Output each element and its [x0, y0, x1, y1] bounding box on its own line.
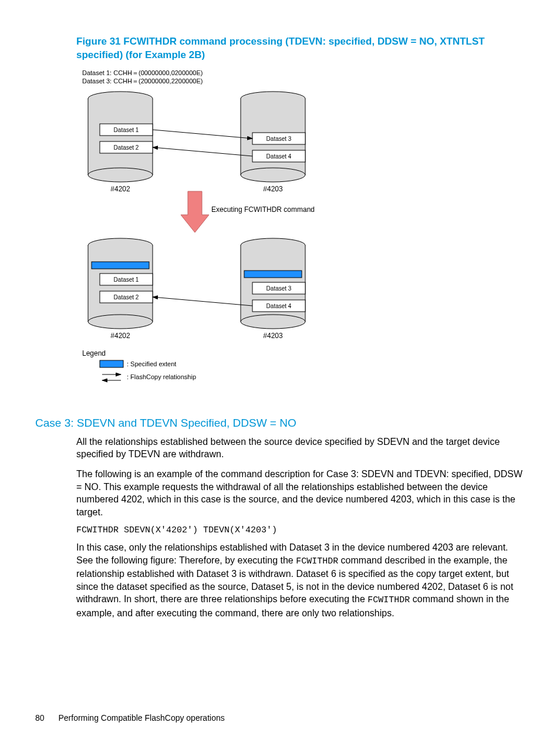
- legend-extent-label: : Specified extent: [127, 360, 176, 367]
- cylinder-bottom-left: Dataset 1 Dataset 2: [88, 238, 153, 329]
- legend-extent-icon: [100, 360, 123, 367]
- dev-label-a-bot: #4202: [110, 332, 130, 340]
- dataset-header-1: Dataset 1: CCHH＝(00000000,0200000E): [82, 69, 203, 76]
- label-ds3-bot: Dataset 3: [266, 285, 292, 292]
- page-number: 80: [35, 713, 45, 723]
- legend-arrows-icon: [102, 374, 121, 380]
- svg-point-19: [88, 315, 153, 329]
- dataset-header-2: Dataset 3: CCHH＝(20000000,2200000E): [82, 77, 203, 85]
- svg-point-5: [88, 168, 153, 182]
- case3-code: FCWITHDR SDEVN(X'4202') TDEVN(X'4203'): [76, 525, 525, 535]
- label-ds2-bot: Dataset 2: [114, 294, 139, 301]
- label-ds3-top: Dataset 3: [266, 136, 292, 142]
- svg-rect-2: [88, 99, 153, 175]
- specified-extent-left: [92, 262, 149, 269]
- figure-title: Figure 31 FCWITHDR command processing (T…: [76, 35, 525, 62]
- mono-fcwithdr-2: FCWITHDR: [367, 595, 410, 605]
- case3-p3: In this case, only the relationships est…: [76, 541, 525, 619]
- page-footer: 80 Performing Compatible FlashCopy opera…: [35, 713, 225, 723]
- label-ds4-bot: Dataset 4: [266, 303, 292, 309]
- legend-title: Legend: [82, 349, 106, 357]
- mono-fcwithdr-1: FCWITHDR: [296, 556, 338, 566]
- specified-extent-right: [244, 271, 302, 278]
- arrow-ds4-ds2: [153, 147, 252, 156]
- cylinder-bottom-right: Dataset 3 Dataset 4: [241, 238, 305, 329]
- case3-title: Case 3: SDEVN and TDEVN Specified, DDSW …: [35, 417, 525, 430]
- cylinder-top-left: Dataset 1 Dataset 2: [88, 92, 153, 182]
- dev-label-b-top: #4203: [263, 185, 283, 193]
- label-ds2-top: Dataset 2: [114, 144, 139, 151]
- label-ds1-bot: Dataset 1: [114, 276, 139, 283]
- chapter-title: Performing Compatible FlashCopy operatio…: [58, 713, 224, 723]
- case3-p1: All the relationships established betwee…: [76, 436, 525, 461]
- arrow-ds4-ds2-bot: [153, 297, 252, 306]
- figure-diagram: Dataset 1: CCHH＝(00000000,0200000E) Data…: [82, 68, 525, 399]
- dev-label-b-bot: #4203: [263, 332, 283, 340]
- svg-point-12: [241, 168, 305, 182]
- svg-point-26: [241, 315, 305, 329]
- legend-fc-label: : FlashCopy relationship: [127, 373, 196, 380]
- label-ds1-top: Dataset 1: [114, 127, 139, 133]
- dev-label-a-top: #4202: [110, 185, 130, 193]
- label-ds4-top: Dataset 4: [266, 153, 292, 160]
- down-arrow-icon: [181, 191, 209, 232]
- cylinder-top-right: Dataset 3 Dataset 4: [241, 92, 305, 182]
- exec-label: Executing FCWITHDR command: [211, 205, 315, 214]
- arrow-ds1-ds3: [153, 130, 252, 139]
- case3-p2: The following is an example of the comma…: [76, 468, 525, 518]
